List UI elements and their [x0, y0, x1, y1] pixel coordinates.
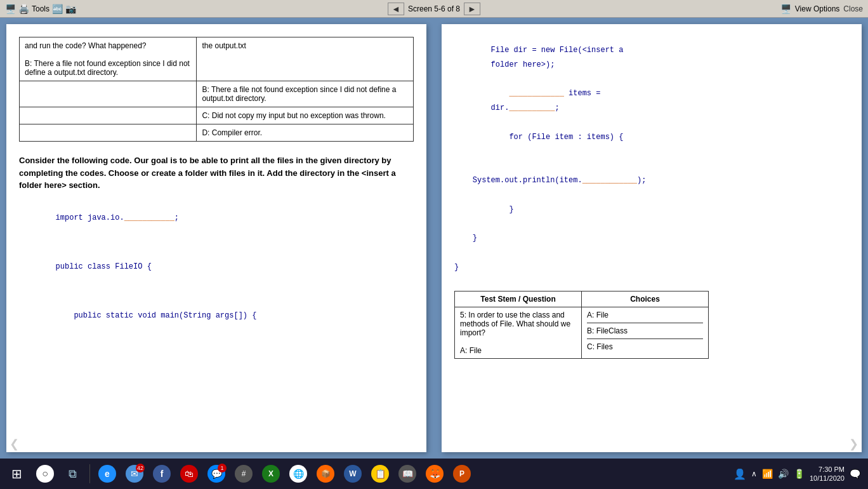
- bottom-nav-left[interactable]: ❮: [10, 437, 19, 451]
- choices-cell-1: A: File B: FileClass C: Files: [582, 307, 709, 358]
- code-line-3: ____________ items =: [454, 86, 849, 101]
- taskbar-ppt-icon[interactable]: P: [449, 460, 475, 488]
- choice-c: C: Files: [587, 342, 703, 351]
- clock-date: 10/11/2020: [810, 474, 845, 483]
- code-import: import java.io.___________;: [19, 204, 414, 231]
- taskbar-task-view[interactable]: ⧉: [60, 460, 85, 488]
- system-tray-volume: 🔊: [778, 469, 789, 479]
- taskbar-word-icon[interactable]: W: [340, 460, 365, 488]
- taskbar-firefox-icon[interactable]: 🦊: [422, 460, 447, 488]
- screen-label: Screen 5-6 of 8: [408, 4, 460, 13]
- toolbar-center: ◄ Screen 5-6 of 8 ►: [388, 3, 480, 15]
- right-page: File dir = new File(<insert a folder her…: [442, 24, 862, 452]
- prev-nav-arrow[interactable]: ◄: [388, 3, 404, 15]
- taskbar-reader-icon[interactable]: 📖: [395, 460, 420, 488]
- left-page: and run the code? What happened?B: There…: [6, 24, 426, 452]
- choice-a: A: File: [587, 311, 703, 323]
- table-cell-left-1: and run the code? What happened?B: There…: [20, 37, 197, 81]
- view-options-icon: 🖥️: [780, 4, 791, 14]
- messenger-badge: 1: [218, 464, 227, 472]
- taskbar-calc-icon[interactable]: #: [231, 460, 256, 488]
- toolbar-icon-1: 🖥️: [5, 4, 16, 14]
- taskbar-mail-icon[interactable]: ✉ 42: [122, 460, 147, 488]
- table-cell-left-4: [20, 124, 197, 142]
- top-toolbar: 🖥️ 🖨️ Tools 🔤 📷 ◄ Screen 5-6 of 8 ► 🖥️ V…: [0, 0, 868, 18]
- start-button[interactable]: ⊞: [3, 460, 30, 488]
- right-code-block: File dir = new File(<insert a folder her…: [454, 43, 849, 275]
- toolbar-icon-2: 🖨️: [18, 4, 29, 14]
- code-class: public class FileIO {: [19, 253, 414, 280]
- choice-b: B: FileClass: [587, 326, 703, 339]
- code-main: public static void main(String args[]) {: [19, 302, 414, 329]
- taskbar-facebook-icon[interactable]: f: [149, 460, 174, 488]
- code-line-7: }: [454, 203, 849, 217]
- answer-table-header-row: Test Stem / Question Choices: [455, 291, 709, 307]
- taskbar-search[interactable]: ○: [32, 460, 58, 488]
- view-options-button[interactable]: View Options: [795, 4, 839, 13]
- code-line-4: dir.__________;: [454, 101, 849, 116]
- close-button[interactable]: Close: [843, 4, 863, 13]
- toolbar-right: 🖥️ View Options Close: [780, 4, 863, 14]
- table-cell-right-1: the output.txt: [197, 37, 414, 81]
- table-cell-left-2: [20, 81, 197, 107]
- toolbar-left: 🖥️ 🖨️ Tools 🔤 📷: [5, 4, 76, 14]
- code-line-6: System.out.println(item.____________);: [454, 173, 849, 188]
- code-line-2: folder here>);: [454, 58, 849, 72]
- table-cell-right-2: B: There a file not found exception sinc…: [197, 81, 414, 107]
- table-cell-right-3: C: Did not copy my input but no exceptio…: [197, 107, 414, 124]
- taskbar-store-icon[interactable]: 🛍: [176, 460, 202, 488]
- taskbar-app-icon[interactable]: 📦: [313, 460, 338, 488]
- stem-cell-1: 5: In order to use the class and methods…: [455, 307, 582, 358]
- taskbar: ⊞ ○ ⧉ e ✉ 42 f 🛍 💬 1 # X 🌐 📦: [0, 459, 868, 489]
- system-tray-network: 📶: [762, 469, 773, 479]
- answer-row-1: 5: In order to use the class and methods…: [455, 307, 709, 358]
- toolbar-icon-3: 🔤: [52, 4, 63, 14]
- taskbar-separator-1: [89, 464, 90, 483]
- toolbar-icon-4: 📷: [65, 4, 76, 14]
- choices-header: Choices: [582, 291, 709, 307]
- code-line-1: File dir = new File(<insert a: [454, 43, 849, 58]
- answer-table: Test Stem / Question Choices 5: In order…: [454, 291, 709, 359]
- mail-badge: 42: [136, 464, 145, 472]
- system-tray-expand[interactable]: ∧: [751, 469, 757, 478]
- taskbar-excel-icon[interactable]: X: [258, 460, 284, 488]
- table-cell-left-3: [20, 107, 197, 124]
- table-row: B: There a file not found exception sinc…: [20, 81, 414, 107]
- question-table: and run the code? What happened?B: There…: [19, 37, 414, 142]
- table-cell-right-4: D: Compiler error.: [197, 124, 414, 142]
- taskbar-ie-icon[interactable]: e: [95, 460, 120, 488]
- code-line-5: for (File item : items) {: [454, 130, 849, 145]
- instruction-text: Consider the following code. Our goal is…: [19, 154, 414, 192]
- code-section: import java.io.___________; public class…: [19, 204, 414, 329]
- tools-menu[interactable]: Tools: [32, 4, 49, 13]
- system-tray-battery: 🔋: [794, 469, 805, 479]
- table-row: D: Compiler error.: [20, 124, 414, 142]
- page-divider: [433, 18, 435, 459]
- taskbar-chrome-icon[interactable]: 🌐: [286, 460, 311, 488]
- stem-header: Test Stem / Question: [455, 291, 582, 307]
- table-row: and run the code? What happened?B: There…: [20, 37, 414, 81]
- taskbar-clock[interactable]: 7:30 PM 10/11/2020: [810, 465, 845, 483]
- code-line-8: }: [454, 231, 849, 246]
- taskbar-right: 👤 ∧ 📶 🔊 🔋 7:30 PM 10/11/2020 🗨️: [733, 465, 865, 483]
- bottom-nav-right[interactable]: ❯: [849, 437, 858, 451]
- system-tray-person: 👤: [733, 468, 746, 480]
- system-tray-notification[interactable]: 🗨️: [850, 469, 860, 479]
- main-content: and run the code? What happened?B: There…: [0, 18, 868, 459]
- clock-time: 7:30 PM: [819, 465, 845, 474]
- table-row: C: Did not copy my input but no exceptio…: [20, 107, 414, 124]
- taskbar-messenger-icon[interactable]: 💬 1: [204, 460, 229, 488]
- code-line-9: }: [454, 260, 849, 275]
- next-nav-arrow[interactable]: ►: [464, 3, 480, 15]
- taskbar-notes-icon[interactable]: 📋: [367, 460, 393, 488]
